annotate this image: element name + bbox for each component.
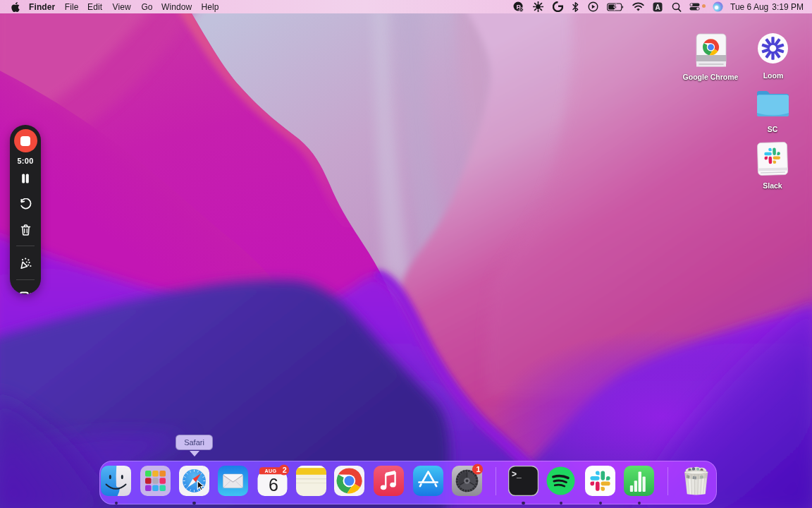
svg-text:1: 1 bbox=[476, 465, 481, 473]
svg-text:>_: >_ bbox=[512, 469, 522, 479]
svg-text:AUG: AUG bbox=[264, 468, 276, 474]
svg-text:6: 6 bbox=[269, 475, 278, 495]
svg-text:A: A bbox=[655, 3, 660, 11]
svg-text:2: 2 bbox=[282, 466, 286, 474]
